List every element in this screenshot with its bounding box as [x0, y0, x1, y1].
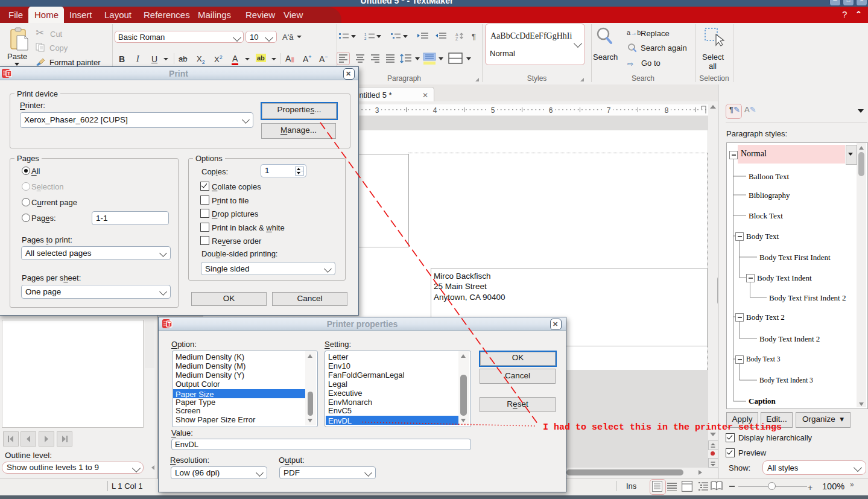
svg-text:6: 6 — [549, 106, 553, 115]
svg-text:2: 2 — [364, 37, 367, 40]
svg-text:¶: ¶ — [472, 32, 476, 41]
svg-text:Z: Z — [455, 37, 458, 41]
svg-text:8: 8 — [665, 106, 669, 115]
svg-text:1: 1 — [364, 33, 367, 36]
svg-text:T: T — [168, 321, 171, 327]
svg-text:3: 3 — [375, 106, 379, 115]
svg-text:4: 4 — [433, 106, 437, 115]
svg-text:5: 5 — [491, 106, 495, 115]
svg-text:A: A — [455, 33, 458, 37]
svg-text:T: T — [7, 71, 11, 77]
svg-text:7: 7 — [607, 106, 611, 115]
